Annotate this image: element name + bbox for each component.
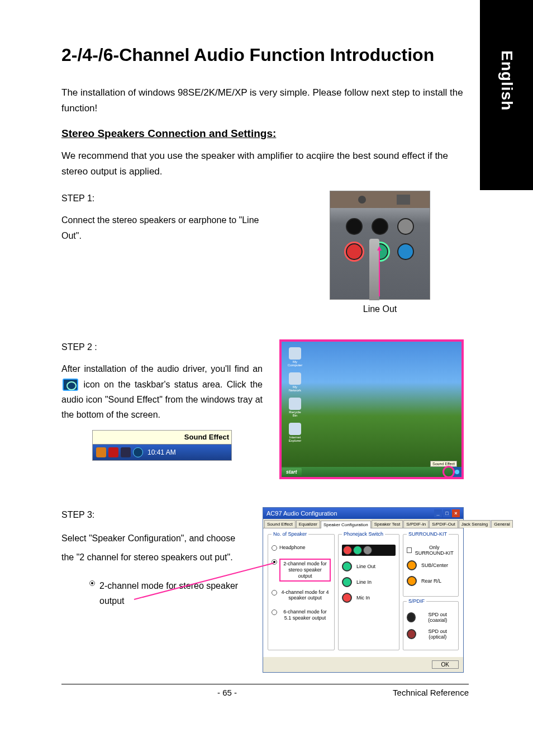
- spdif-group: S/PDIF SPD out (coaxial) SPD out (optica…: [403, 601, 459, 650]
- port-mic-in[interactable]: Mic In: [342, 593, 396, 603]
- tab-speaker-test[interactable]: Speaker Test: [372, 520, 403, 528]
- surround-kit-group: SURROUND-KIT Only SURROUND-KIT SUB/Cente…: [403, 534, 459, 597]
- intro-paragraph: The installation of windows 98SE/2K/ME/X…: [61, 85, 464, 116]
- headphone-jack-strip: [342, 545, 396, 556]
- port-spdif-coax[interactable]: SPD out (coaxial): [407, 612, 455, 623]
- step3-text: Select "Speaker Configuration", and choo…: [61, 529, 246, 566]
- close-button[interactable]: ×: [452, 509, 460, 517]
- radio-icon: [89, 580, 95, 586]
- desktop-icon[interactable]: Internet Explorer: [287, 423, 303, 442]
- tab-equalizer[interactable]: Equalizer: [296, 520, 320, 528]
- ac97-title-text: AC97 Audio Configuration: [266, 510, 337, 517]
- step2-text: After installation of the audio driver, …: [61, 361, 263, 422]
- port-spdif-optical[interactable]: SPD out (optical): [407, 629, 455, 640]
- desktop-screenshot: My Computer My Network Recycle Bin Inter…: [279, 339, 464, 479]
- tab-spdif-out[interactable]: S/PDIF-Out: [429, 520, 458, 528]
- step1-label: STEP 1:: [61, 191, 279, 206]
- taskbar[interactable]: start: [282, 467, 461, 477]
- port-rear-rl[interactable]: Rear R/L: [407, 576, 455, 586]
- phonejack-switch-group: Phonejack Switch Line Out Line In Mic In: [338, 534, 399, 650]
- subheading: Stereo Speakers Connection and Settings:: [61, 127, 464, 140]
- recommend-paragraph: We recommend that you use the speaker wi…: [61, 148, 464, 179]
- radio-2channel[interactable]: 2-channel mode for stereo speaker output: [272, 559, 331, 581]
- step1-row: STEP 1: Connect the stereo speakers or e…: [61, 191, 464, 314]
- desktop-icon[interactable]: My Computer: [287, 347, 303, 367]
- step3-callout: 2-channel mode for stereo speaker output: [89, 578, 246, 608]
- radio-4channel[interactable]: 4-channel mode for 4 speaker output: [272, 589, 331, 602]
- step2-row: STEP 2 : After installation of the audio…: [61, 339, 464, 479]
- tab-speaker-configuration[interactable]: Speaker Configuration: [321, 521, 371, 528]
- step2-text-before: After installation of the audio driver, …: [61, 364, 263, 374]
- no-of-speaker-group: No. of Speaker Headphone 2-channel mode …: [268, 534, 335, 650]
- ac97-titlebar[interactable]: AC97 Audio Configuration _ □ ×: [263, 508, 463, 519]
- radio-6channel[interactable]: 6-channel mode for 5.1 speaker output: [272, 609, 331, 621]
- ok-button[interactable]: OK: [432, 660, 459, 669]
- step2-text-after: icon on the taskbar's status area. Click…: [61, 380, 263, 419]
- start-button[interactable]: start: [282, 468, 302, 476]
- step2-label: STEP 2 :: [61, 339, 263, 355]
- sound-effect-tray-icon: [63, 379, 78, 391]
- maximize-button[interactable]: □: [443, 509, 451, 517]
- desktop-icon[interactable]: My Network: [287, 372, 303, 392]
- only-surround-check[interactable]: Only SURROUND-KIT: [407, 545, 455, 556]
- desktop-icon[interactable]: Recycle Bin: [287, 398, 303, 417]
- port-line-in[interactable]: Line In: [342, 577, 396, 587]
- footer-section: Technical Reference: [393, 688, 469, 697]
- group-title: No. of Speaker: [272, 531, 308, 537]
- language-label: English: [498, 50, 516, 111]
- page-number: - 65 -: [217, 688, 237, 697]
- radio-headphone[interactable]: Headphone: [272, 545, 331, 551]
- minimize-button[interactable]: _: [434, 509, 442, 517]
- tray-icon-generic[interactable]: [108, 447, 118, 457]
- port-sub-center[interactable]: SUB/Center: [407, 560, 455, 570]
- language-sidebar: English: [480, 0, 533, 190]
- step3-row: STEP 3: Select "Speaker Configuration", …: [61, 507, 464, 673]
- page-title: 2-/4-/6-Channel Audio Function Introduct…: [61, 45, 464, 65]
- group-title: S/PDIF: [407, 598, 426, 604]
- desktop-tray-tooltip: Sound Effect: [430, 461, 457, 467]
- group-title: SURROUND-KIT: [407, 531, 449, 537]
- page-footer: - 65 - Technical Reference: [61, 684, 469, 697]
- page-content: 2-/4-/6-Channel Audio Function Introduct…: [61, 45, 464, 689]
- group-title: Phonejack Switch: [342, 531, 385, 537]
- step1-text: Connect the stereo speakers or earphone …: [61, 212, 279, 243]
- port-line-out[interactable]: Line Out: [342, 561, 396, 571]
- step3-label: STEP 3:: [61, 507, 246, 522]
- systray-screenshot: Sound Effect 10:41 AM: [92, 430, 232, 461]
- ac97-config-window: AC97 Audio Configuration _ □ × Sound Eff…: [263, 507, 464, 673]
- tab-spdif-in[interactable]: S/PDIF-In: [403, 520, 429, 528]
- audio-jack-photo: [330, 191, 430, 300]
- tab-jack-sensing[interactable]: Jack Sensing: [459, 520, 491, 528]
- sound-effect-tray-icon[interactable]: [133, 447, 143, 457]
- tray-icon-generic[interactable]: [96, 447, 106, 457]
- tab-general[interactable]: General: [491, 520, 512, 528]
- tab-sound-effect[interactable]: Sound Effect: [264, 520, 296, 528]
- systray-tooltip: Sound Effect: [93, 431, 231, 445]
- tray-clock: 10:41 AM: [147, 447, 176, 458]
- callout-text: 2-channel mode for stereo speaker output: [99, 578, 246, 608]
- tray-icon-generic[interactable]: [121, 447, 131, 457]
- ac97-tabs: Sound Effect Equalizer Speaker Configura…: [263, 519, 463, 528]
- svg-marker-1: [377, 246, 382, 251]
